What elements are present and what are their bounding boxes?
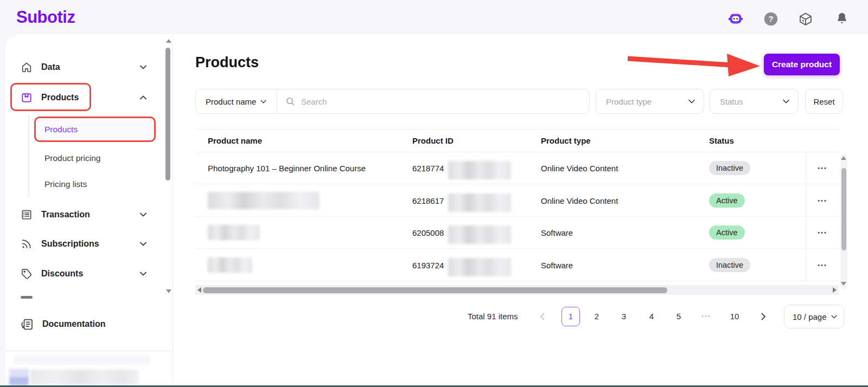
redacted-id-suffix — [448, 161, 511, 179]
page-size-select[interactable]: 10 / page — [784, 305, 844, 328]
row-actions-button[interactable]: ••• — [806, 262, 839, 268]
notifications-bell-icon[interactable] — [834, 11, 850, 27]
sidebar-scroll-up-arrow[interactable] — [166, 39, 171, 43]
assistant-robot-icon[interactable] — [728, 11, 743, 27]
cell-product-id: 6218617 — [412, 189, 541, 212]
cell-product-type: Online Video Content — [541, 164, 709, 173]
pagination-next-button[interactable] — [754, 307, 773, 326]
table-header-row: Product name Product ID Product type Sta… — [195, 130, 839, 152]
status-badge: Inactive — [709, 161, 750, 175]
column-header-product-id: Product ID — [412, 136, 541, 145]
sidebar-divider — [173, 34, 173, 387]
sidebar-item-documentation[interactable]: Documentation — [21, 314, 146, 334]
actions-column-divider — [806, 152, 807, 281]
search-category-dropdown[interactable]: Product name — [196, 89, 277, 113]
table-row: 6193724 Software Inactive ••• — [195, 249, 839, 281]
status-placeholder: Status — [720, 97, 743, 106]
cell-product-id: 6193724 — [412, 254, 541, 276]
bell-icon — [835, 12, 848, 26]
product-id-value: 6193724 — [412, 261, 444, 270]
chevron-down-icon — [688, 99, 695, 104]
redacted-product-name — [208, 225, 260, 240]
table-row: Photography 101 – Beginner Online Course… — [195, 152, 839, 184]
sidebar-item-label: Transaction — [41, 210, 131, 220]
cell-product-type: Software — [541, 261, 709, 270]
subnav-guide-line — [28, 115, 29, 196]
cell-status: Inactive — [709, 161, 806, 175]
subscriptions-rss-icon — [21, 238, 33, 250]
row-actions-button[interactable]: ••• — [806, 229, 839, 236]
search-icon — [286, 97, 295, 106]
chevron-down-icon — [783, 99, 789, 104]
product-type-placeholder: Product type — [606, 97, 652, 106]
redacted-avatar — [9, 369, 29, 377]
product-box-icon[interactable] — [798, 11, 813, 27]
redacted-id-suffix — [448, 258, 511, 276]
pagination-page-1[interactable]: 1 — [561, 307, 580, 326]
chevron-down-icon — [831, 315, 837, 319]
product-type-filter[interactable]: Product type — [596, 89, 704, 114]
status-badge: Active — [709, 225, 745, 240]
table-scroll-down-arrow[interactable] — [841, 282, 846, 286]
redacted-avatar — [9, 377, 29, 385]
pagination-page-3[interactable]: 3 — [615, 307, 633, 326]
cell-product-id: 6218774 — [412, 157, 541, 179]
search-filter-group: Product name — [195, 89, 590, 114]
sidebar-scroll-down-arrow[interactable] — [166, 289, 171, 293]
table-horizontal-scrollbar-thumb[interactable] — [203, 287, 667, 293]
cell-status: Inactive — [709, 258, 806, 272]
sidebar-item-subscriptions[interactable]: Subscriptions — [21, 234, 146, 254]
app-root: Subotiz ? — [0, 0, 868, 387]
scroll-right-arrow[interactable] — [833, 287, 837, 293]
create-product-button[interactable]: Create product — [764, 54, 840, 75]
sidebar-subitem-pricing-lists[interactable]: Pricing lists — [44, 175, 87, 194]
status-filter[interactable]: Status — [710, 89, 799, 114]
row-actions-button[interactable]: ••• — [806, 197, 839, 204]
brand-logo[interactable]: Subotiz — [16, 8, 75, 27]
sidebar-subitem-product-pricing[interactable]: Product pricing — [44, 149, 100, 168]
row-actions-button[interactable]: ••• — [806, 165, 839, 171]
page-title: Products — [195, 54, 259, 71]
pagination-page-4[interactable]: 4 — [642, 307, 661, 326]
discount-tag-icon — [21, 268, 33, 280]
pagination-ellipsis[interactable]: ••• — [697, 307, 716, 326]
search-input[interactable] — [300, 96, 580, 107]
sidebar-subitem-products[interactable]: Products — [36, 119, 161, 140]
annotation-arrow — [624, 51, 762, 78]
cell-status: Active — [709, 194, 806, 208]
table-vertical-scrollbar-thumb[interactable] — [841, 168, 846, 250]
pagination-prev-button[interactable] — [533, 307, 551, 326]
sidebar-item-discounts[interactable]: Discounts — [21, 264, 146, 283]
sidebar-scrollbar-thumb[interactable] — [165, 48, 170, 180]
search-field — [277, 96, 589, 107]
documentation-icon — [21, 318, 34, 331]
sidebar-item-products[interactable]: Products — [21, 88, 146, 107]
chevron-down-icon — [260, 100, 266, 104]
table-row: 6205008 Software Active ••• — [195, 217, 839, 249]
pagination-page-5[interactable]: 5 — [669, 307, 688, 326]
cell-product-name: Photography 101 – Beginner Online Course — [208, 164, 412, 173]
cell-status: Active — [709, 225, 806, 240]
chevron-down-icon — [140, 272, 146, 276]
pagination-page-10[interactable]: 10 — [725, 307, 744, 326]
pagination-total: Total 91 items — [468, 307, 518, 326]
chevron-down-icon — [140, 65, 146, 69]
page-size-value: 10 / page — [793, 312, 827, 321]
cell-product-type: Software — [541, 228, 709, 237]
sidebar-item-transaction[interactable]: Transaction — [21, 205, 146, 224]
scroll-left-arrow[interactable] — [197, 287, 201, 293]
pagination-page-2[interactable]: 2 — [588, 307, 606, 326]
column-header-status: Status — [709, 136, 806, 145]
cell-product-id: 6205008 — [412, 221, 541, 244]
sidebar-item-data[interactable]: Data — [21, 57, 146, 77]
reset-filters-button[interactable]: Reset — [805, 89, 843, 114]
sidebar-footer-divider — [5, 351, 173, 351]
column-header-product-name: Product name — [208, 136, 412, 145]
column-header-product-type: Product type — [541, 136, 709, 145]
sidebar-item-label: Products — [41, 93, 131, 102]
redacted-account-text — [14, 356, 150, 364]
help-icon[interactable]: ? — [763, 11, 778, 27]
redacted-product-name — [208, 192, 320, 209]
sidebar-item-label: Discounts — [41, 269, 131, 279]
table-scroll-up-arrow[interactable] — [841, 156, 846, 160]
